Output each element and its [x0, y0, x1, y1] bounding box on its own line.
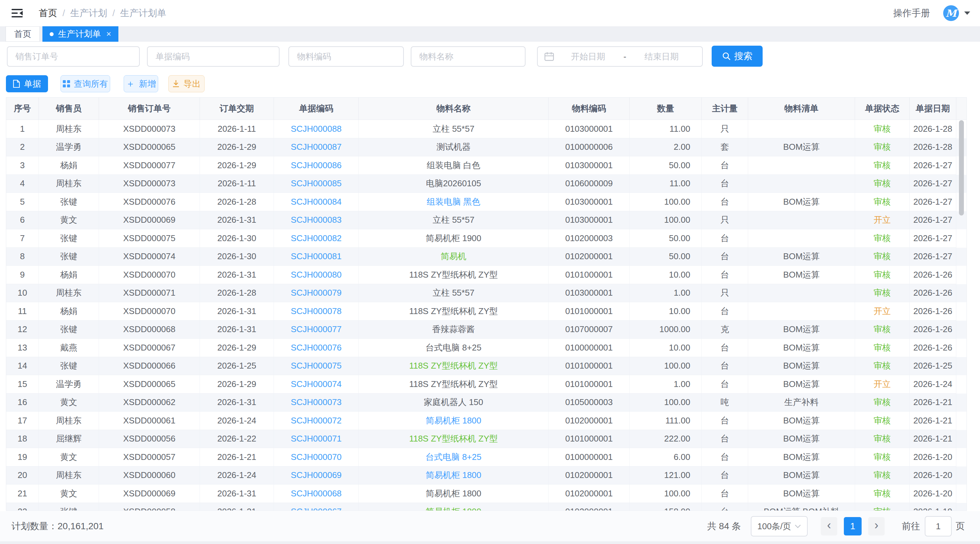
cell-delivery-date: 2026-1-31: [200, 302, 274, 320]
cell-salesperson: 温学勇: [39, 138, 99, 157]
cell-bom-list: BOM运算: [748, 138, 855, 157]
cell-material-code: 0107000007: [549, 320, 630, 339]
cell-quantity: 1.00: [630, 375, 702, 393]
cell-doc-code[interactable]: SCJH000072: [274, 412, 359, 430]
cell-unit: 台: [702, 412, 748, 430]
cell-sales-order-no: XSDD000065: [99, 375, 200, 393]
sales-order-no-input[interactable]: [7, 46, 140, 67]
next-page-button[interactable]: ›: [868, 517, 885, 536]
cell-bom-list: BOM运算: [748, 412, 855, 430]
cell-delivery-date: 2026-1-29: [200, 138, 274, 157]
tab-production-plan-order[interactable]: 生产计划单 ×: [43, 26, 118, 42]
cell-index: 19: [6, 448, 39, 466]
cell-unit: 套: [702, 138, 748, 157]
cell-doc-code[interactable]: SCJH000079: [274, 284, 359, 303]
cell-doc-code[interactable]: SCJH000077: [274, 320, 359, 339]
vertical-scrollbar-thumb[interactable]: [959, 120, 964, 216]
cell-doc-code[interactable]: SCJH000070: [274, 448, 359, 466]
page-size-select[interactable]: 100条/页: [751, 516, 808, 536]
cell-quantity: 1.00: [630, 284, 702, 303]
plan-quantity-value: 20,161,201: [57, 521, 103, 531]
cell-doc-code[interactable]: SCJH000081: [274, 248, 359, 266]
cell-material-code: 0100000001: [549, 448, 630, 466]
cell-delivery-date: 2026-1-31: [200, 485, 274, 503]
cell-doc-date: 2026-1-20: [910, 466, 956, 485]
cell-delivery-date: 2026-1-24: [200, 412, 274, 430]
cell-doc-code[interactable]: SCJH000067: [274, 503, 359, 511]
cell-doc-date: 2026-1-27: [910, 175, 956, 193]
breadcrumb-production-plan[interactable]: 生产计划: [70, 7, 107, 19]
table-row: 8张键XSDD0000742026-1-30SCJH000081简易机01020…: [6, 248, 967, 266]
cell-index: 8: [6, 248, 39, 266]
cell-bom-list: BOM运算: [748, 375, 855, 393]
doc-code-input[interactable]: [147, 46, 280, 67]
cell-unit: 台: [702, 357, 748, 376]
cell-doc-code[interactable]: SCJH000076: [274, 339, 359, 357]
cell-quantity: 11.00: [630, 175, 702, 193]
cell-sales-order-no: XSDD000073: [99, 120, 200, 138]
user-menu-caret-icon[interactable]: [964, 11, 970, 15]
goto-page-label: 前往: [902, 520, 920, 533]
search-button[interactable]: 搜索: [712, 46, 763, 67]
document-button[interactable]: 单据: [6, 75, 48, 92]
cell-bom-list: BOM运算: [748, 193, 855, 211]
cell-doc-code[interactable]: SCJH000080: [274, 266, 359, 284]
material-code-input[interactable]: [288, 46, 404, 67]
cell-doc-code[interactable]: SCJH000084: [274, 193, 359, 211]
cell-bom-list: BOM运算: [748, 248, 855, 266]
cell-index: 13: [6, 339, 39, 357]
cell-delivery-date: 2026-1-11: [200, 120, 274, 138]
tab-active-label: 生产计划单: [58, 28, 101, 40]
cell-doc-code[interactable]: SCJH000071: [274, 430, 359, 449]
cell-quantity: 100.00: [630, 393, 702, 412]
cell-doc-code[interactable]: SCJH000069: [274, 466, 359, 485]
breadcrumb-separator: /: [113, 8, 115, 18]
cell-salesperson: 周桂东: [39, 284, 99, 303]
cell-doc-code[interactable]: SCJH000083: [274, 211, 359, 230]
cell-doc-code[interactable]: SCJH000075: [274, 357, 359, 376]
user-avatar[interactable]: M: [943, 5, 959, 21]
cell-doc-code[interactable]: SCJH000074: [274, 375, 359, 393]
cell-material-code: 0100000006: [549, 138, 630, 157]
cell-doc-code[interactable]: SCJH000085: [274, 175, 359, 193]
date-range-picker[interactable]: 开始日期 - 结束日期: [537, 46, 703, 67]
footer-bar: 计划数量：20,161,201 共 84 条 100条/页 ‹ 1 ›: [0, 511, 980, 541]
operation-manual-link[interactable]: 操作手册: [893, 7, 930, 19]
prev-page-button[interactable]: ‹: [821, 517, 837, 536]
page-size-value: 100条/页: [757, 521, 791, 532]
cell-doc-code[interactable]: SCJH000088: [274, 120, 359, 138]
cell-quantity: 11.00: [630, 120, 702, 138]
tab-home[interactable]: 首页: [6, 26, 40, 42]
material-name-input[interactable]: [411, 46, 525, 67]
cell-doc-date: 2026-1-20: [910, 448, 956, 466]
query-all-button[interactable]: 查询所有: [60, 75, 110, 92]
cell-delivery-date: 2026-1-28: [200, 284, 274, 303]
cell-doc-code[interactable]: SCJH000087: [274, 138, 359, 157]
export-button[interactable]: 导出: [169, 75, 205, 92]
cell-doc-code[interactable]: SCJH000068: [274, 485, 359, 503]
header-sales-order-no: 销售订单号: [99, 98, 200, 120]
cell-doc-code[interactable]: SCJH000082: [274, 229, 359, 248]
cell-salesperson: 黄文: [39, 448, 99, 466]
cell-bom-list: BOM运算: [748, 266, 855, 284]
cell-bom-list: BOM运算: [748, 357, 855, 376]
add-button[interactable]: ＋ 新增: [124, 75, 158, 92]
cell-doc-code[interactable]: SCJH000073: [274, 393, 359, 412]
cell-material-code: 0102000001: [549, 412, 630, 430]
cell-salesperson: 黄文: [39, 211, 99, 230]
tab-close-icon[interactable]: ×: [106, 29, 111, 39]
cell-quantity: 50.00: [630, 156, 702, 175]
end-date-field[interactable]: 结束日期: [627, 51, 695, 62]
start-date-field[interactable]: 开始日期: [554, 51, 622, 62]
cell-index: 4: [6, 175, 39, 193]
menu-fold-button[interactable]: [10, 6, 24, 21]
page-number-1[interactable]: 1: [844, 517, 862, 536]
cell-doc-status: 审核: [855, 466, 910, 485]
cell-index: 14: [6, 357, 39, 376]
goto-page-input[interactable]: [925, 516, 952, 536]
cell-doc-code[interactable]: SCJH000086: [274, 156, 359, 175]
cell-doc-status: 审核: [855, 448, 910, 466]
cell-index: 2: [6, 138, 39, 157]
breadcrumb-home[interactable]: 首页: [39, 7, 57, 19]
cell-doc-code[interactable]: SCJH000078: [274, 302, 359, 320]
